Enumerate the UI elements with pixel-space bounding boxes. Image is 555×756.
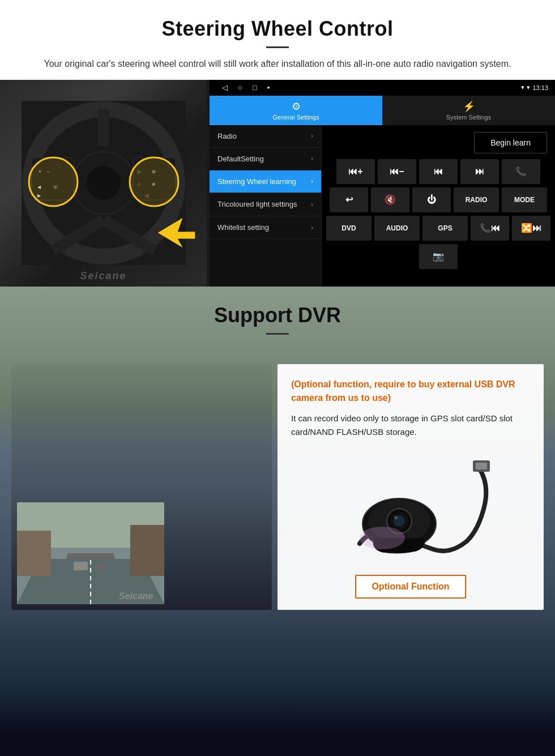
menu-item-steering[interactable]: Steering Wheel learning › <box>210 170 321 193</box>
dvr-thumbnail <box>17 502 164 604</box>
dvr-watermark: Seicane <box>119 591 153 601</box>
signal-strength-icon: ▾ <box>521 84 524 91</box>
svg-point-6 <box>87 166 121 200</box>
call-btn[interactable]: 📞 <box>502 159 540 184</box>
radio-btn[interactable]: RADIO <box>454 187 499 212</box>
dvr-left-panel: Seicane <box>11 364 272 610</box>
dvr-right-panel: (Optional function, require to buy exter… <box>278 364 544 610</box>
svg-point-20 <box>130 157 178 206</box>
mode-btn[interactable]: MODE <box>502 187 547 212</box>
watermark-left: Seicane <box>80 270 126 282</box>
dvr-content: Seicane (Optional function, require to b… <box>0 353 555 621</box>
control-area: Begin learn ⏮+ ⏮− ⏮ ⏭ 📞 ↩ 🔇 ⏻ RADIO MODE <box>322 125 555 287</box>
nav-buttons: ◁ ○ □ ▪ <box>222 83 270 92</box>
optional-function-badge: Optional Function <box>355 575 467 599</box>
general-settings-icon: ⚙ <box>292 100 301 113</box>
svg-rect-30 <box>96 563 108 570</box>
gps-btn[interactable]: GPS <box>422 216 468 241</box>
status-icons: ▾ ▾ 13:13 <box>521 84 548 91</box>
dvr-camera-svg: Seicane <box>320 450 501 563</box>
ctrl-row-3: DVD AUDIO GPS 📞⏮ 🔀⏭ <box>326 216 550 241</box>
begin-learn-button[interactable]: Begin learn <box>474 132 547 153</box>
dvr-section: Support DVR <box>0 287 555 756</box>
audio-btn[interactable]: AUDIO <box>374 216 420 241</box>
title-divider <box>266 46 289 48</box>
svg-rect-32 <box>476 463 487 469</box>
chevron-right-icon: › <box>311 155 313 163</box>
page-title: Steering Wheel Control <box>34 17 521 41</box>
dvr-description: It can record video only to storage in G… <box>291 412 530 439</box>
back-nav-icon[interactable]: ◁ <box>222 83 228 92</box>
menu-list: Radio › DefaultSetting › Steering Wheel … <box>210 125 322 287</box>
ctrl-row-1: ⏮+ ⏮− ⏮ ⏭ 📞 <box>326 159 550 184</box>
system-settings-icon: ⚡ <box>463 100 475 113</box>
steering-section: + − ◀ ☏ ▶ ▷ ⚙ ○ ⊕ ◁ Seicane <box>0 80 555 287</box>
svg-point-39 <box>360 527 405 549</box>
tab-general[interactable]: ⚙ General Settings <box>210 96 382 125</box>
dvr-optional-text: (Optional function, require to buy exter… <box>291 378 530 405</box>
shuffle-next-btn[interactable]: 🔀⏭ <box>512 216 550 241</box>
menu-steering-label: Steering Wheel learning <box>217 177 296 186</box>
next-btn[interactable]: ⏭ <box>460 159 499 184</box>
hang-up-btn[interactable]: ↩ <box>330 187 368 212</box>
wifi-icon: ▾ <box>527 84 530 91</box>
menu-nav-icon[interactable]: ▪ <box>267 83 270 92</box>
chevron-right-icon: › <box>311 132 313 140</box>
menu-item-whitelist[interactable]: Whitelist setting › <box>210 216 321 239</box>
menu-item-tricolour[interactable]: Tricoloured light settings › <box>210 193 321 217</box>
svg-point-19 <box>29 157 78 206</box>
menu-tricolour-label: Tricoloured light settings <box>217 200 297 210</box>
svg-rect-27 <box>17 531 51 576</box>
status-bar: ◁ ○ □ ▪ ▾ ▾ 13:13 <box>210 80 555 96</box>
home-nav-icon[interactable]: ○ <box>238 83 242 92</box>
dvr-camera-image: Seicane <box>291 450 530 563</box>
begin-learn-row: Begin learn <box>326 130 550 156</box>
yellow-arrow-icon <box>147 213 198 253</box>
dvd-btn[interactable]: DVD <box>326 216 372 241</box>
ctrl-row-2: ↩ 🔇 ⏻ RADIO MODE <box>326 187 550 212</box>
svg-rect-29 <box>74 562 88 570</box>
ctrl-row-4: 📷 <box>326 244 550 269</box>
power-btn[interactable]: ⏻ <box>412 187 451 212</box>
chevron-right-icon: › <box>311 224 313 232</box>
status-time: 13:13 <box>532 84 548 91</box>
prev-btn[interactable]: ⏮ <box>419 159 458 184</box>
call-prev-btn[interactable]: 📞⏮ <box>471 216 509 241</box>
vol-up-btn[interactable]: ⏮+ <box>336 159 375 184</box>
page-subtitle: Your original car's steering wheel contr… <box>34 57 521 71</box>
svg-point-38 <box>394 516 398 519</box>
menu-whitelist-label: Whitelist setting <box>217 223 269 232</box>
android-tabs[interactable]: ⚙ General Settings ⚡ System Settings <box>210 96 555 125</box>
tab-general-label: General Settings <box>273 114 319 121</box>
android-content: Radio › DefaultSetting › Steering Wheel … <box>210 125 555 287</box>
camera-btn[interactable]: 📷 <box>419 244 458 269</box>
menu-item-radio[interactable]: Radio › <box>210 125 321 148</box>
dvr-header: Support DVR <box>0 287 555 341</box>
android-panel: ◁ ○ □ ▪ ▾ ▾ 13:13 ⚙ General Settings ⚡ S… <box>210 80 555 287</box>
svg-rect-28 <box>130 525 164 576</box>
road-thumbnail-svg <box>17 502 164 604</box>
steering-wheel-image: + − ◀ ☏ ▶ ▷ ⚙ ○ ⊕ ◁ Seicane <box>0 80 207 287</box>
dvr-title: Support DVR <box>34 304 521 327</box>
menu-default-label: DefaultSetting <box>217 155 264 163</box>
svg-marker-21 <box>158 217 195 247</box>
page-header: Steering Wheel Control Your original car… <box>0 0 555 80</box>
chevron-right-icon: › <box>311 177 313 185</box>
mute-btn[interactable]: 🔇 <box>371 187 409 212</box>
svg-text:Seicane: Seicane <box>411 552 437 559</box>
tab-system[interactable]: ⚡ System Settings <box>382 96 555 125</box>
recents-nav-icon[interactable]: □ <box>253 83 257 92</box>
dvr-divider <box>266 333 289 335</box>
menu-item-default[interactable]: DefaultSetting › <box>210 148 321 170</box>
menu-radio-label: Radio <box>217 132 237 140</box>
vol-down-btn[interactable]: ⏮− <box>378 159 416 184</box>
tab-system-label: System Settings <box>446 114 491 121</box>
chevron-right-icon: › <box>311 200 313 208</box>
